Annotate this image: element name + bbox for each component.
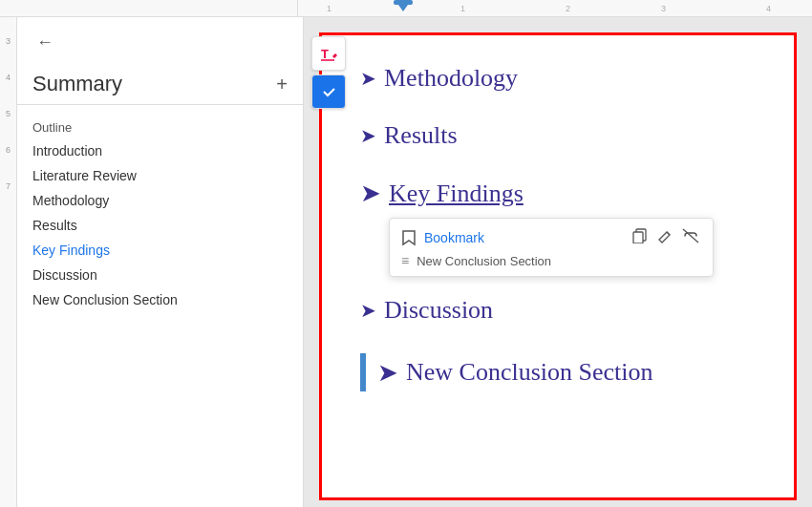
- sidebar-item-methodology[interactable]: Methodology: [17, 188, 303, 213]
- svg-text:T: T: [321, 47, 329, 61]
- sidebar-item-literature-review[interactable]: Literature Review: [17, 163, 303, 188]
- ruler-mark-1: 1: [327, 4, 331, 13]
- outline-label: Outline: [17, 113, 303, 138]
- key-findings-label: Key Findings: [389, 180, 524, 208]
- methodology-arrow: ➤: [360, 67, 376, 90]
- new-conclusion-section-label: New Conclusion Section: [406, 358, 653, 387]
- content-area[interactable]: ➤ Methodology ➤ Results ➤ Key Findings: [304, 17, 812, 507]
- copy-icon: [632, 228, 648, 243]
- equals-icon: ≡: [401, 253, 409, 268]
- edit-button[interactable]: [655, 226, 674, 249]
- bookmark-icon: [401, 229, 417, 246]
- bookmark-row: Bookmark: [401, 226, 701, 249]
- ruler-left-7: 7: [6, 181, 11, 191]
- ruler-top: 1 1 2 3 4: [0, 0, 812, 17]
- ruler-cursor: [394, 0, 413, 11]
- ruler-left-3: 3: [6, 36, 11, 46]
- unlink-icon: [682, 228, 699, 243]
- checkmark-icon: [319, 82, 338, 101]
- ruler-left-6: 6: [6, 145, 11, 155]
- svg-rect-4: [633, 232, 643, 243]
- back-button[interactable]: ←: [32, 29, 57, 56]
- methodology-heading: ➤ Methodology: [360, 64, 756, 93]
- ruler-mark-5: 4: [766, 4, 771, 13]
- ruler-left: 3 4 5 6 7: [0, 17, 17, 507]
- bookmark-label: Bookmark: [424, 230, 484, 245]
- bookmark-left: Bookmark: [401, 229, 484, 246]
- summary-title: Summary: [32, 72, 122, 96]
- ruler-mark-4: 3: [661, 4, 666, 13]
- spellcheck-button[interactable]: T: [311, 36, 346, 71]
- sidebar-item-discussion[interactable]: Discussion: [17, 263, 303, 287]
- sidebar-item-introduction[interactable]: Introduction: [17, 138, 303, 163]
- ruler-mark-2: 1: [460, 4, 465, 13]
- edit-icon: [657, 228, 673, 243]
- toolbar-float: T: [311, 36, 346, 109]
- discussion-heading: ➤ Discussion: [360, 296, 756, 325]
- results-arrow: ➤: [360, 124, 376, 147]
- ruler-left-5: 5: [6, 109, 11, 118]
- document-page: ➤ Methodology ➤ Results ➤ Key Findings: [319, 32, 797, 500]
- sidebar: ← Summary + Outline Introduction Literat…: [17, 17, 304, 507]
- sidebar-item-new-conclusion[interactable]: New Conclusion Section: [17, 287, 303, 312]
- key-findings-arrow: ➤: [360, 179, 381, 208]
- unlink-button[interactable]: [680, 226, 701, 249]
- summary-section: Summary +: [17, 64, 303, 105]
- new-conclusion-row: ≡ New Conclusion Section: [401, 253, 701, 268]
- svg-point-2: [320, 83, 337, 100]
- new-conclusion-text: New Conclusion Section: [417, 254, 551, 268]
- new-conclusion-arrow: ➤: [377, 358, 398, 388]
- copy-button[interactable]: [630, 226, 650, 249]
- bookmark-tooltip: Bookmark: [389, 218, 714, 277]
- ruler-mark-3: 2: [566, 4, 570, 13]
- ruler-left-4: 4: [6, 73, 11, 82]
- discussion-label: Discussion: [384, 296, 493, 325]
- methodology-label: Methodology: [384, 64, 518, 93]
- sidebar-item-key-findings[interactable]: Key Findings: [17, 238, 303, 263]
- spellcheck-icon: T: [319, 44, 338, 63]
- add-button[interactable]: +: [276, 74, 288, 95]
- sidebar-item-results[interactable]: Results: [17, 213, 303, 238]
- bookmark-action-icons: [630, 226, 701, 249]
- discussion-arrow: ➤: [360, 299, 376, 322]
- results-label: Results: [384, 121, 458, 150]
- key-findings-heading: ➤ Key Findings: [360, 179, 756, 208]
- sidebar-header: ←: [17, 29, 303, 64]
- blue-marker: [360, 353, 366, 391]
- new-conclusion-heading: ➤ New Conclusion Section: [360, 353, 756, 391]
- results-heading: ➤ Results: [360, 121, 756, 150]
- check-button[interactable]: [311, 74, 346, 109]
